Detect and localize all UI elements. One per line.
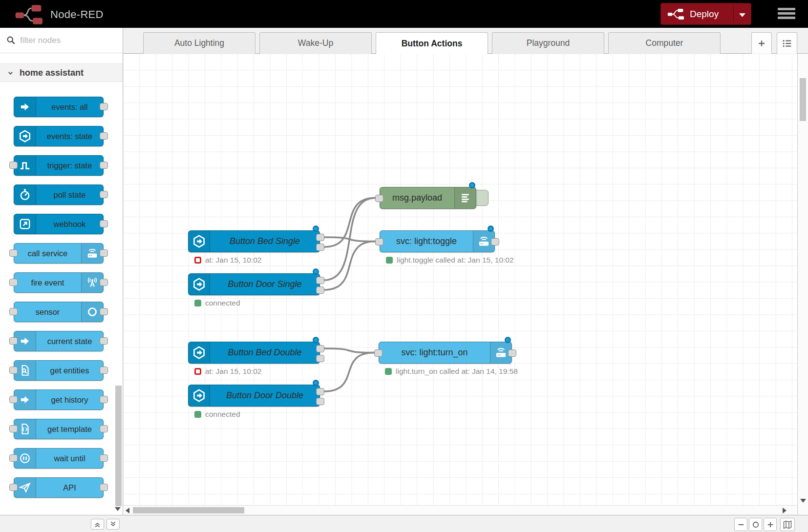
output-port[interactable] xyxy=(316,355,324,362)
input-port[interactable] xyxy=(375,238,383,246)
output-port[interactable] xyxy=(100,425,108,432)
tab-button-actions[interactable]: Button Actions xyxy=(376,32,488,54)
flow-node-button-bed-single[interactable]: Button Bed Single xyxy=(188,230,320,252)
input-port[interactable] xyxy=(9,367,18,374)
palette-node-trigger-state[interactable]: trigger: state xyxy=(14,155,104,176)
scroll-left-arrow[interactable] xyxy=(126,508,129,513)
node-status: at: Jan 15, 10:02 xyxy=(194,256,261,265)
output-port[interactable] xyxy=(316,398,324,405)
tab-wake-up[interactable]: Wake-Up xyxy=(259,32,372,54)
palette-node-wait-until[interactable]: wait until xyxy=(14,448,104,469)
scroll-right-arrow[interactable] xyxy=(783,508,787,513)
horizontal-scrollbar-thumb[interactable] xyxy=(133,507,244,513)
flow-list-button[interactable] xyxy=(777,32,797,54)
flow-node-label: svc: light:turn_on xyxy=(379,342,490,363)
navigator-toggle-button[interactable] xyxy=(780,518,795,531)
deploy-caret-down-icon[interactable] xyxy=(739,13,745,17)
output-port[interactable] xyxy=(508,349,516,357)
zoom-out-button[interactable] xyxy=(734,518,747,531)
input-port[interactable] xyxy=(9,249,18,257)
palette-node-sensor[interactable]: sensor xyxy=(14,302,104,322)
output-port[interactable] xyxy=(100,220,108,227)
palette-category-home-assistant[interactable]: home assistant xyxy=(0,63,123,82)
zoom-in-button[interactable] xyxy=(764,518,777,531)
scroll-down-arrow[interactable] xyxy=(800,499,806,503)
palette-scroll-down-arrow[interactable] xyxy=(115,507,121,511)
vertical-scrollbar-thumb[interactable] xyxy=(800,78,806,121)
canvas-horizontal-scrollbar[interactable] xyxy=(123,505,797,515)
output-port[interactable] xyxy=(100,162,108,169)
palette-expand-all-button[interactable] xyxy=(106,519,120,530)
output-port[interactable] xyxy=(100,191,108,198)
palette-node-events-all[interactable]: events: all xyxy=(14,97,104,117)
status-text: connected xyxy=(205,299,240,307)
output-port[interactable] xyxy=(491,238,499,246)
tab-playground[interactable]: Playground xyxy=(492,32,604,54)
flow-node-msg-payload[interactable]: msg.payload xyxy=(380,187,476,209)
input-port[interactable] xyxy=(9,162,18,169)
palette-node-events-state[interactable]: events: state xyxy=(14,126,104,146)
flow-node-button-bed-double[interactable]: Button Bed Double xyxy=(188,342,320,364)
input-port[interactable] xyxy=(9,308,18,315)
input-port[interactable] xyxy=(9,279,18,286)
wire[interactable] xyxy=(324,348,374,353)
node-status: connected xyxy=(194,299,240,307)
workspace-tabbar: Auto LightingWake-UpButton ActionsPlaygr… xyxy=(123,28,808,54)
palette-node-call-service[interactable]: call service xyxy=(14,243,104,264)
flow-canvas[interactable]: msg.payloadButton Bed Singleat: Jan 15, … xyxy=(123,54,797,505)
output-port[interactable] xyxy=(100,367,108,374)
status-ring-icon xyxy=(194,257,201,264)
output-port[interactable] xyxy=(316,244,324,251)
output-port[interactable] xyxy=(100,337,108,345)
tab-auto-lighting[interactable]: Auto Lighting xyxy=(143,32,255,54)
input-port[interactable] xyxy=(374,349,383,357)
flow-node-button-door-single[interactable]: Button Door Single xyxy=(188,273,320,295)
list-icon xyxy=(782,38,792,49)
palette-node-label: current state xyxy=(36,331,103,351)
input-port[interactable] xyxy=(375,195,383,202)
input-port[interactable] xyxy=(9,484,18,491)
palette-scrollbar-thumb[interactable] xyxy=(115,386,122,506)
input-port[interactable] xyxy=(9,454,18,462)
palette-node-get-template[interactable]: get template xyxy=(14,419,104,439)
node-icon-box xyxy=(189,385,210,406)
node-changed-indicator xyxy=(313,268,319,275)
palette-search-input[interactable] xyxy=(20,36,108,45)
output-port[interactable] xyxy=(316,286,324,294)
input-port[interactable] xyxy=(9,425,18,432)
app-title: Node-RED xyxy=(50,8,104,21)
output-port[interactable] xyxy=(100,484,108,491)
output-port[interactable] xyxy=(100,249,108,257)
palette-node-webhook[interactable]: webhook xyxy=(14,214,104,234)
wire[interactable] xyxy=(324,353,374,392)
output-port[interactable] xyxy=(100,103,108,110)
output-port[interactable] xyxy=(316,345,324,352)
palette-node-get-entities[interactable]: get entities xyxy=(14,360,104,381)
palette-node-fire-event[interactable]: fire event xyxy=(14,272,104,293)
palette-node-get-history[interactable]: get history xyxy=(14,389,104,410)
zoom-reset-button[interactable] xyxy=(749,518,762,531)
output-port[interactable] xyxy=(100,396,108,403)
output-port[interactable] xyxy=(100,454,108,462)
tab-computer[interactable]: Computer xyxy=(608,32,721,54)
palette-node-api[interactable]: API xyxy=(14,477,104,498)
output-port[interactable] xyxy=(100,308,108,315)
flow-node-svc-light-turn-on[interactable]: svc: light:turn_on xyxy=(379,342,512,364)
input-port[interactable] xyxy=(9,337,18,345)
palette-collapse-all-button[interactable] xyxy=(91,519,104,530)
flow-node-button-door-double[interactable]: Button Door Double xyxy=(188,385,320,407)
wire[interactable] xyxy=(324,242,375,290)
flow-node-svc-light-toggle[interactable]: svc: light:toggle xyxy=(380,230,495,252)
input-port[interactable] xyxy=(9,396,18,403)
output-port[interactable] xyxy=(316,277,324,284)
add-flow-button[interactable] xyxy=(751,32,772,54)
output-port[interactable] xyxy=(316,388,324,395)
palette-node-poll-state[interactable]: poll state xyxy=(14,184,104,205)
output-port[interactable] xyxy=(316,234,324,241)
output-port[interactable] xyxy=(100,132,108,140)
output-port[interactable] xyxy=(100,279,108,286)
main-menu-button[interactable] xyxy=(778,8,795,20)
palette-node-current-state[interactable]: current state xyxy=(14,331,104,351)
canvas-vertical-scrollbar[interactable] xyxy=(797,54,808,515)
deploy-button[interactable]: Deploy xyxy=(660,3,751,25)
